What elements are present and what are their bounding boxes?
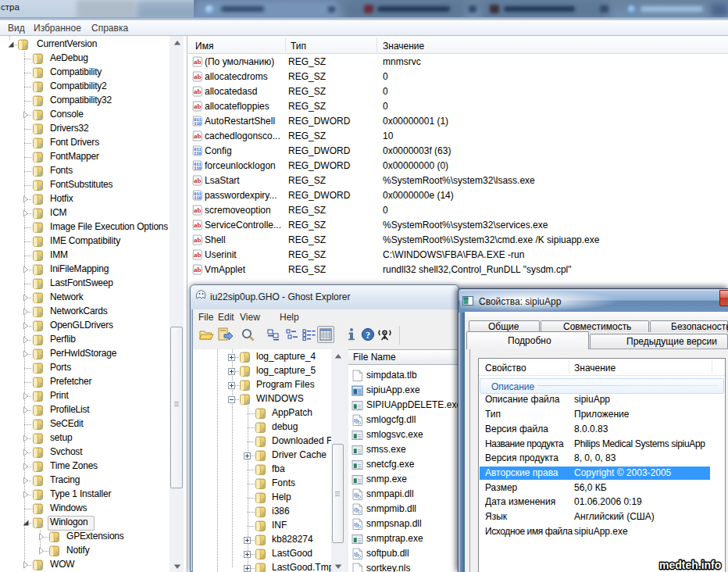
svg-text:?: ? [366, 330, 370, 341]
svg-text:medteh.info: medteh.info [659, 559, 721, 571]
